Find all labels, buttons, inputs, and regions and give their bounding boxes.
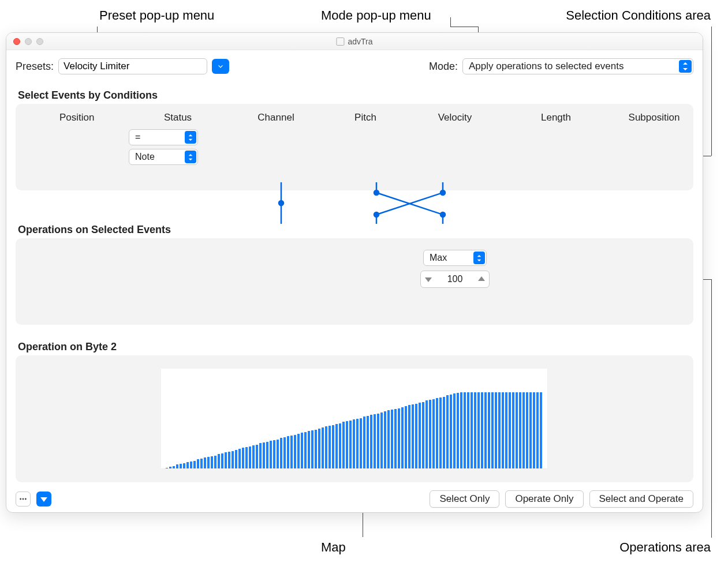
actions-menu-button[interactable] [16,492,31,507]
map-bar [193,461,196,468]
map-bar [509,392,511,468]
map-bar [405,406,407,468]
conditions-section-title: Select Events by Conditions [18,89,693,102]
map-bar [214,456,216,468]
map-bar [464,392,466,468]
map-bar [450,395,452,468]
footer-row: Select Only Operate Only Select and Oper… [16,490,693,508]
map-bar [436,398,438,468]
map-bar [526,392,528,468]
velocity-op-value: Max [430,253,447,263]
popup-arrows-icon [185,151,196,163]
titlebar: advTra [6,33,703,50]
map-bar [460,392,462,468]
svg-point-13 [23,498,24,500]
status-value-popup[interactable]: Note [129,149,198,165]
map-bar [377,414,379,468]
map-bar [183,463,185,468]
col-header-pitch: Pitch [325,112,406,123]
map-bar [256,445,258,468]
callout-line [703,279,711,280]
map-bar [429,400,431,468]
map-bar [166,468,168,468]
preset-popup-button[interactable] [212,59,229,74]
status-operator-popup[interactable]: = [129,129,198,145]
stepper-increment[interactable] [474,271,489,287]
callout-line [711,27,712,156]
callout-label: Map [321,540,346,555]
col-header-velocity: Velocity [406,112,504,123]
ellipsis-icon [19,495,27,503]
velocity-value-stepper[interactable]: 100 [420,271,490,288]
map-bar [176,464,178,468]
map-bar [232,451,234,468]
conditions-header-row: Position Status Channel Pitch Velocity L… [25,112,684,123]
map-bar [249,447,251,468]
map-bar [443,397,445,468]
conditions-panel: Position Status Channel Pitch Velocity L… [16,104,693,190]
col-header-length: Length [504,112,608,123]
map-bar [422,402,424,468]
zoom-button[interactable] [36,38,43,45]
map-bar [477,392,480,468]
map-bar [356,419,359,468]
map-bar [197,459,199,468]
map-bar [481,392,483,468]
mode-popup[interactable]: Apply operations to selected events [462,58,693,74]
byte2-section-title: Operation on Byte 2 [18,341,693,353]
conditions-body: = Note [25,129,684,165]
operate-only-button[interactable]: Operate Only [505,490,583,508]
map-bar [374,414,376,468]
map-bar [488,392,490,468]
traffic-lights [6,38,43,45]
map-bar [491,392,494,468]
map-bar [505,392,507,468]
actions-popup-button[interactable] [36,492,51,507]
minimize-button[interactable] [25,38,32,45]
col-header-status: Status [129,112,227,123]
map-bar [228,452,230,468]
stepper-decrement[interactable] [421,271,436,287]
routing-diagram [275,182,449,232]
select-only-button[interactable]: Select Only [430,490,499,508]
map-bar [446,395,449,468]
chevron-down-icon [40,496,47,502]
map-bar [536,392,539,468]
map-bar [474,392,476,468]
map-bar [412,404,414,468]
map-bar [263,442,265,468]
svg-point-1 [279,201,283,205]
map-bar [363,417,365,468]
callout-line [711,279,712,538]
map-bar [401,407,404,468]
chevron-icon [216,62,225,70]
mode-value: Apply operations to selected events [469,61,624,72]
map-bar [273,440,275,468]
map-bar [360,418,362,468]
velocity-operation-popup[interactable]: Max [423,250,487,266]
map-bar [266,442,268,468]
map-bar [498,392,501,468]
map-bar [439,397,442,468]
map-bar [540,392,542,468]
map-bar [186,462,189,468]
col-header-channel: Channel [227,112,325,123]
operations-panel: Max 100 [16,238,693,325]
byte2-map[interactable] [161,369,548,469]
mode-label: Mode: [429,61,458,73]
map-bar [380,412,383,468]
close-button[interactable] [13,38,20,45]
select-and-operate-button[interactable]: Select and Operate [589,490,693,508]
map-bar [367,416,369,468]
map-bar [238,449,241,468]
velocity-value: 100 [447,274,463,284]
map-bar [325,426,327,468]
window-title: advTra [348,37,372,46]
map-bar [432,399,435,468]
map-bar [245,447,248,468]
preset-name-field[interactable] [58,58,207,74]
top-row: Presets: Mode: Apply operations to selec… [16,58,693,74]
map-bar [342,422,345,468]
map-bar [415,404,417,468]
map-bar [391,410,393,468]
